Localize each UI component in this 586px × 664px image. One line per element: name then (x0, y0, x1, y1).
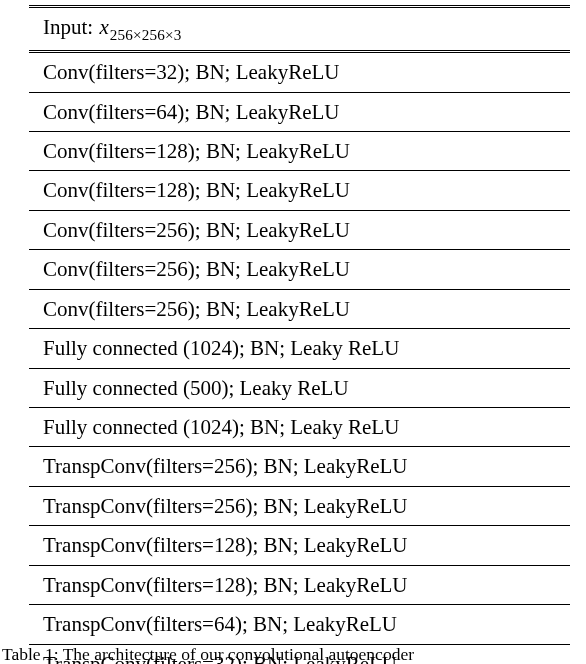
table-caption: Table 1: The architecture of our convolu… (0, 644, 586, 664)
table-row: Conv(filters=256); BN; LeakyReLU (29, 250, 570, 289)
table-row: Conv(filters=32); BN; LeakyReLU (29, 52, 570, 92)
table-row: TranspConv(filters=256); BN; LeakyReLU (29, 447, 570, 486)
table-row: TranspConv(filters=64); BN; LeakyReLU (29, 605, 570, 644)
table-row: Fully connected (1024); BN; Leaky ReLU (29, 329, 570, 368)
table-row: TranspConv(filters=128); BN; LeakyReLU (29, 526, 570, 565)
table-row: Conv(filters=128); BN; LeakyReLU (29, 131, 570, 170)
table-row: Conv(filters=128); BN; LeakyReLU (29, 171, 570, 210)
table-row: Conv(filters=64); BN; LeakyReLU (29, 92, 570, 131)
table-row: Conv(filters=256); BN; LeakyReLU (29, 210, 570, 249)
table-row: Fully connected (500); Leaky ReLU (29, 368, 570, 407)
table-row: Fully connected (1024); BN; Leaky ReLU (29, 408, 570, 447)
header-var: x (98, 15, 109, 39)
header-sub: 256×256×3 (110, 27, 182, 43)
table-row: TranspConv(filters=256); BN; LeakyReLU (29, 486, 570, 525)
table-header: Input: x256×256×3 (29, 7, 570, 52)
table-row: Conv(filters=256); BN; LeakyReLU (29, 289, 570, 328)
header-prefix: Input: (43, 15, 98, 39)
architecture-table: Input: x256×256×3 Conv(filters=32); BN; … (29, 5, 570, 664)
table-row: TranspConv(filters=128); BN; LeakyReLU (29, 565, 570, 604)
caption-text: The architecture of our convolutional au… (59, 644, 414, 664)
caption-label: Table 1: (2, 644, 59, 664)
